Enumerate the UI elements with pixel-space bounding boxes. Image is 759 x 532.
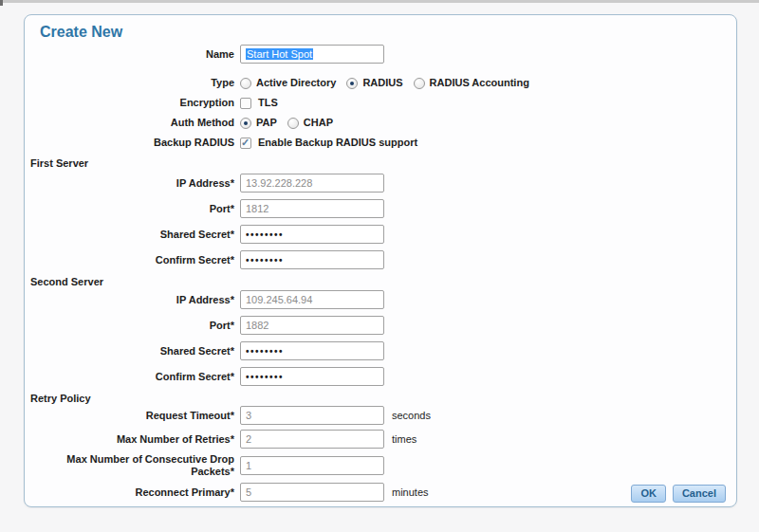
- max-drop-packets-input[interactable]: [240, 456, 384, 475]
- max-drop-packets-label: Max Number of Consecutive Drop Packets*: [25, 453, 240, 478]
- request-timeout-input[interactable]: [240, 406, 384, 425]
- first-server-confirm-secret-row: Confirm Secret*: [25, 250, 736, 269]
- second-server-ip-input[interactable]: [240, 290, 384, 309]
- second-server-port-label: Port*: [25, 320, 240, 332]
- auth-method-radio-pap[interactable]: [240, 118, 251, 129]
- name-input-selected-text: Start Hot Spot: [246, 48, 313, 60]
- second-server-shared-secret-row: Shared Secret*: [25, 341, 736, 360]
- auth-method-label: Auth Method: [25, 117, 240, 129]
- auth-method-row: Auth Method PAP CHAP: [25, 117, 736, 129]
- encryption-row: Encryption TLS: [25, 97, 736, 109]
- name-row: Name Start Hot Spot: [25, 45, 736, 64]
- second-server-port-row: Port*: [25, 316, 736, 335]
- max-retries-row: Max Number of Retries* times: [25, 430, 736, 449]
- dialog-footer: OK Cancel: [631, 485, 726, 503]
- reconnect-primary-row: Reconnect Primary* minutes: [25, 483, 736, 502]
- type-option-radius-label: RADIUS: [362, 77, 402, 89]
- encryption-label: Encryption: [25, 97, 240, 109]
- first-server-confirm-secret-label: Confirm Secret*: [25, 254, 240, 266]
- reconnect-primary-input[interactable]: [240, 483, 384, 502]
- reconnect-primary-unit: minutes: [392, 486, 429, 498]
- first-server-ip-row: IP Address*: [25, 174, 736, 193]
- type-option-radius-accounting-label: RADIUS Accounting: [430, 77, 529, 89]
- first-server-port-label: Port*: [25, 203, 240, 215]
- type-label: Type: [25, 77, 240, 89]
- retry-policy-heading: Retry Policy: [30, 393, 736, 405]
- type-radio-radius-accounting[interactable]: [414, 78, 425, 89]
- auth-method-pap-label: PAP: [256, 117, 277, 129]
- type-option-active-directory-label: Active Directory: [256, 77, 336, 89]
- backup-radius-row: Backup RADIUS Enable Backup RADIUS suppo…: [25, 137, 736, 149]
- second-server-shared-secret-input[interactable]: [240, 341, 384, 360]
- max-retries-unit: times: [392, 433, 417, 445]
- first-server-port-row: Port*: [25, 199, 736, 218]
- second-server-heading: Second Server: [30, 276, 736, 288]
- second-server-port-input[interactable]: [240, 316, 384, 335]
- reconnect-primary-label: Reconnect Primary*: [25, 486, 240, 499]
- max-retries-label: Max Number of Retries*: [25, 433, 240, 446]
- first-server-ip-input[interactable]: [240, 174, 384, 193]
- type-radio-radius[interactable]: [346, 78, 358, 89]
- create-new-dialog: Create New Name Start Hot Spot Type Acti…: [24, 14, 737, 507]
- backup-radius-enable-label: Enable Backup RADIUS support: [258, 137, 417, 149]
- name-input[interactable]: Start Hot Spot: [240, 45, 384, 64]
- auth-method-chap-label: CHAP: [304, 117, 333, 129]
- request-timeout-row: Request Timeout* seconds: [25, 406, 736, 425]
- backup-radius-label: Backup RADIUS: [25, 137, 240, 149]
- second-server-shared-secret-label: Shared Secret*: [25, 345, 240, 358]
- first-server-heading: First Server: [30, 157, 736, 170]
- backup-radius-checkbox[interactable]: [240, 138, 251, 149]
- encryption-tls-checkbox[interactable]: [240, 98, 251, 109]
- request-timeout-label: Request Timeout*: [25, 410, 240, 422]
- cancel-button[interactable]: Cancel: [673, 485, 726, 503]
- window-corner-artifact: [0, 0, 3, 6]
- first-server-shared-secret-label: Shared Secret*: [25, 229, 240, 241]
- request-timeout-unit: seconds: [392, 410, 431, 421]
- dialog-title: Create New: [40, 23, 736, 41]
- second-server-ip-row: IP Address*: [25, 290, 736, 309]
- first-server-shared-secret-row: Shared Secret*: [25, 225, 736, 244]
- max-drop-packets-row: Max Number of Consecutive Drop Packets*: [25, 453, 736, 478]
- ok-button[interactable]: OK: [631, 485, 666, 503]
- first-server-shared-secret-input[interactable]: [240, 225, 384, 244]
- second-server-confirm-secret-label: Confirm Secret*: [25, 371, 240, 383]
- encryption-tls-label: TLS: [258, 97, 278, 109]
- type-radio-active-directory[interactable]: [240, 78, 251, 89]
- name-label: Name: [25, 48, 240, 61]
- max-retries-input[interactable]: [240, 430, 384, 449]
- window-top-strip: [0, 0, 759, 3]
- second-server-confirm-secret-input[interactable]: [240, 367, 384, 386]
- second-server-ip-label: IP Address*: [25, 294, 240, 306]
- first-server-ip-label: IP Address*: [25, 177, 240, 190]
- type-row: Type Active Directory RADIUS RADIUS Acco…: [25, 77, 736, 89]
- first-server-confirm-secret-input[interactable]: [240, 250, 384, 269]
- auth-method-radio-chap[interactable]: [287, 118, 299, 129]
- first-server-port-input[interactable]: [240, 199, 384, 218]
- second-server-confirm-secret-row: Confirm Secret*: [25, 367, 736, 386]
